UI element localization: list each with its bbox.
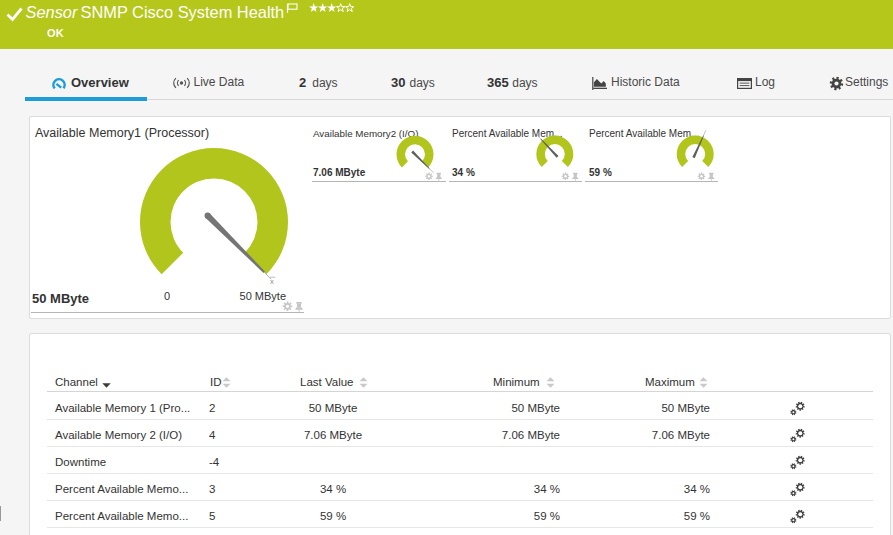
svg-text:x: x — [270, 277, 274, 286]
